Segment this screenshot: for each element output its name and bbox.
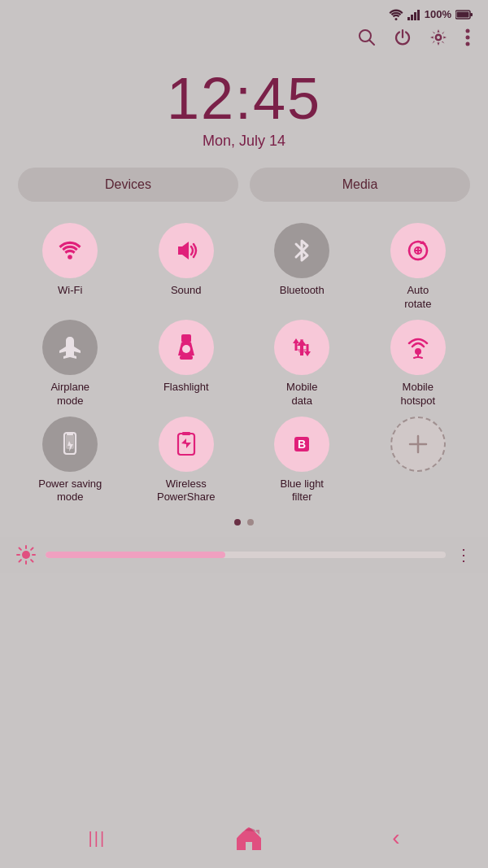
- qs-wifi[interactable]: Wi-Fi: [15, 223, 126, 312]
- page-dot-2[interactable]: [247, 519, 254, 526]
- wifi-label: Wi-Fi: [58, 284, 82, 298]
- page-dot-1[interactable]: [234, 519, 241, 526]
- battery-percent: 100%: [425, 8, 451, 20]
- svg-rect-21: [181, 334, 191, 342]
- sound-circle: [159, 223, 214, 278]
- svg-line-42: [31, 560, 33, 561]
- bottom-nav: ||| ‹: [0, 813, 488, 868]
- svg-rect-23: [180, 355, 193, 360]
- svg-marker-16: [178, 242, 189, 260]
- svg-line-44: [31, 548, 33, 550]
- tab-row: Devices Media: [0, 168, 488, 216]
- qs-mobile-data[interactable]: Mobile data: [246, 320, 358, 408]
- mobile-data-label: Mobile data: [286, 381, 317, 408]
- qs-wireless-powershare[interactable]: Wireless PowerShare: [131, 417, 242, 505]
- wifi-status-icon: [389, 9, 403, 20]
- bluelight-circle: B: [274, 417, 329, 472]
- blue-light-label: Blue light filter: [281, 478, 324, 505]
- tab-devices[interactable]: Devices: [18, 168, 238, 202]
- power-icon[interactable]: [394, 28, 412, 46]
- qs-mobile-hotspot[interactable]: Mobile hotspot: [363, 320, 474, 408]
- brightness-fill: [46, 552, 225, 558]
- power-saving-label: Power saving mode: [38, 478, 102, 505]
- qs-add[interactable]: [363, 417, 474, 505]
- flashlight-label: Flashlight: [163, 381, 209, 395]
- svg-rect-29: [67, 432, 73, 435]
- qs-auto-rotate[interactable]: Auto rotate: [363, 223, 474, 312]
- qs-sound[interactable]: Sound: [131, 223, 242, 312]
- wifi-circle: [42, 223, 98, 278]
- svg-text:B: B: [298, 438, 306, 451]
- svg-rect-6: [457, 11, 469, 17]
- airplane-circle: [42, 320, 98, 375]
- clock-area: 12:45 Mon, July 14: [0, 55, 488, 168]
- qs-airplane[interactable]: Airplane mode: [15, 320, 126, 408]
- quick-settings-grid: Wi-Fi Sound Bluetooth: [0, 216, 488, 516]
- svg-rect-3: [414, 12, 416, 20]
- svg-line-43: [20, 560, 21, 561]
- svg-point-36: [22, 551, 30, 559]
- svg-line-41: [20, 548, 21, 550]
- battery-icon: [455, 9, 473, 20]
- brightness-track[interactable]: [46, 552, 446, 558]
- tab-media[interactable]: Media: [250, 168, 470, 202]
- powershare-label: Wireless PowerShare: [157, 478, 216, 505]
- status-bar: 100%: [0, 0, 488, 24]
- mobile-data-circle: [274, 320, 329, 375]
- add-circle: [390, 417, 446, 472]
- more-icon[interactable]: [465, 28, 470, 46]
- home-button[interactable]: [233, 824, 264, 852]
- hotspot-circle: [390, 320, 446, 375]
- hotspot-label: Mobile hotspot: [400, 381, 435, 408]
- qs-flashlight[interactable]: Flashlight: [131, 320, 242, 408]
- signal-icon: [407, 9, 420, 20]
- svg-rect-7: [470, 13, 473, 16]
- svg-rect-2: [411, 15, 413, 20]
- svg-point-14: [466, 42, 470, 46]
- svg-point-15: [68, 255, 72, 260]
- bluetooth-circle: [274, 223, 329, 278]
- search-icon[interactable]: [358, 28, 376, 46]
- brightness-icon: [16, 545, 36, 565]
- clock-time: 12:45: [0, 69, 488, 128]
- flashlight-circle: [159, 320, 214, 375]
- back-button[interactable]: ‹: [392, 825, 399, 851]
- brightness-more-icon[interactable]: ⋮: [455, 545, 472, 565]
- svg-point-11: [436, 35, 441, 40]
- svg-rect-31: [182, 432, 190, 435]
- page-dots: [0, 516, 488, 534]
- svg-point-13: [466, 36, 470, 40]
- airplane-label: Airplane mode: [50, 381, 89, 408]
- auto-rotate-label: Auto rotate: [404, 284, 431, 312]
- power-saving-circle: [42, 417, 98, 472]
- svg-line-9: [370, 41, 375, 46]
- action-bar: [0, 24, 488, 55]
- recents-button[interactable]: |||: [89, 829, 107, 848]
- rotate-circle: [390, 223, 446, 278]
- clock-date: Mon, July 14: [0, 133, 488, 150]
- svg-rect-1: [407, 17, 410, 20]
- svg-point-0: [394, 18, 397, 20]
- sound-label: Sound: [171, 284, 202, 298]
- bluetooth-label: Bluetooth: [280, 284, 325, 298]
- settings-icon[interactable]: [429, 28, 447, 46]
- brightness-row: ⋮: [0, 537, 488, 573]
- svg-point-12: [466, 29, 470, 33]
- svg-point-24: [182, 345, 190, 353]
- qs-bluetooth[interactable]: Bluetooth: [246, 223, 358, 312]
- qs-power-saving[interactable]: Power saving mode: [15, 417, 126, 505]
- status-icons: 100%: [389, 8, 473, 20]
- powershare-circle: [159, 417, 214, 472]
- svg-rect-4: [417, 10, 420, 20]
- qs-blue-light[interactable]: B Blue light filter: [246, 417, 358, 505]
